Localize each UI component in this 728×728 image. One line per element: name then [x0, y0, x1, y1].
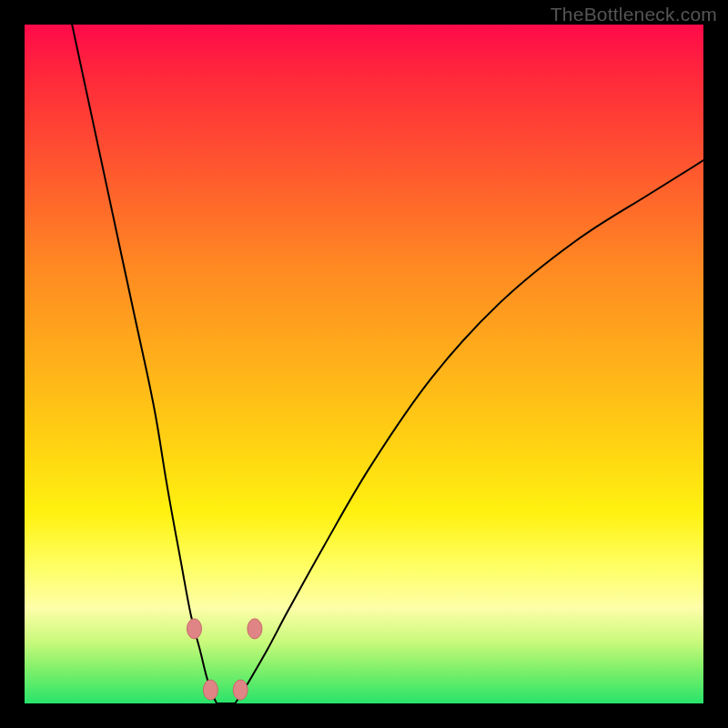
watermark-text: TheBottleneck.com	[551, 4, 717, 25]
left-dot-lower	[203, 680, 217, 700]
right-dot-upper	[248, 619, 262, 639]
curve-left-branch	[72, 25, 217, 703]
plot-area	[25, 25, 703, 703]
marker-dots	[187, 619, 262, 700]
curve-right-branch	[235, 160, 703, 703]
curve-layer	[25, 25, 703, 703]
chart-stage: TheBottleneck.com	[0, 0, 728, 728]
right-dot-lower	[233, 680, 248, 700]
left-dot-upper	[187, 619, 202, 639]
